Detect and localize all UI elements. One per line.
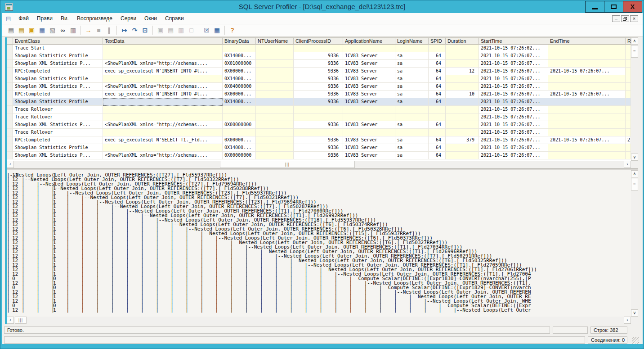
run-to-cursor-icon[interactable]: ↷ [130,26,139,35]
cell-endtime[interactable] [548,83,626,91]
cell-textdata[interactable]: exec sp_executesql N'INSERT INTO #t... [103,91,223,98]
find-icon[interactable]: ∞ [58,26,67,35]
cell-starttime[interactable]: 2021-10-15 07:26:07... [479,68,548,75]
cell-binarydata[interactable]: 0X04000000 [223,83,256,91]
cell-binarydata[interactable]: 0X00000... [223,136,256,144]
cell-spid[interactable]: 64 [429,52,446,60]
cell-binarydata[interactable]: 0X14000... [223,52,256,60]
cell-ntusername[interactable] [256,98,294,106]
plan-hscroll-thumb[interactable]: ||| [15,317,27,324]
cell-duration[interactable] [446,45,479,52]
cell-textdata[interactable] [103,98,223,106]
cell-clientprocessid[interactable]: 9336 [294,75,343,83]
table-row[interactable]: Showplan XML Statistics P...<ShowPlanXML… [7,83,631,91]
cell-reads[interactable] [626,52,631,60]
grid-scroll-left-button[interactable]: ‹ [7,161,14,168]
cell-binarydata[interactable]: 0X14000... [223,75,256,83]
cell-spid[interactable] [429,129,446,136]
cell-applicationname[interactable]: 1CV83 Server [343,98,395,106]
cell-spid[interactable]: 64 [429,68,446,75]
row-selector-cell[interactable] [7,113,13,121]
cell-duration[interactable] [446,52,479,60]
cell-applicationname[interactable] [343,45,395,52]
cell-loginname[interactable]: sa [395,75,429,83]
cell-reads[interactable] [626,68,631,75]
cell-spid[interactable]: 64 [429,60,446,68]
cell-ntusername[interactable] [256,121,294,129]
cell-reads[interactable] [626,83,631,91]
cell-starttime[interactable]: 2021-10-15 07:26:07... [479,60,548,68]
new-trace-file-icon[interactable]: ▤ [6,26,16,35]
cell-textdata[interactable]: <ShowPlanXML xmlns="http://schemas.... [103,121,223,129]
cell-endtime[interactable] [548,121,626,129]
cell-ntusername[interactable] [256,129,294,136]
table-row[interactable]: Showplan Statistics Profile0X14000...933… [7,98,631,106]
cell-spid[interactable]: 64 [429,91,446,98]
table-row[interactable]: Trace Rollover2021-10-15 07:26:07... [7,129,631,136]
cell-applicationname[interactable]: 1CV83 Server [343,121,395,129]
cell-binarydata[interactable]: 0X00000... [223,91,256,98]
mdi-restore-button[interactable] [621,15,629,22]
cell-reads[interactable] [626,91,631,98]
cell-textdata[interactable] [103,129,223,136]
cell-eventclass[interactable]: Showplan Statistics Profile [13,52,103,60]
plan-vscroll-thumb[interactable]: ≡ [631,178,638,190]
trace-template-icon[interactable]: ▥ [68,26,78,35]
cell-applicationname[interactable]: 1CV83 Server [343,136,395,144]
cell-binarydata[interactable]: 0X00000... [223,68,256,75]
cell-eventclass[interactable]: Trace Start [13,45,103,52]
row-selector-cell[interactable] [7,121,13,129]
cell-binarydata[interactable] [223,106,256,113]
mdi-close-button[interactable]: × [630,15,638,22]
cell-endtime[interactable] [548,45,626,52]
cell-eventclass[interactable]: RPC:Completed [13,68,103,75]
cell-reads[interactable] [626,152,631,159]
cell-loginname[interactable]: sa [395,52,429,60]
row-selector-cell[interactable] [7,136,13,144]
cell-clientprocessid[interactable]: 9336 [294,83,343,91]
trace-properties-icon[interactable]: ▧ [48,26,57,35]
row-selector-cell[interactable] [7,106,13,113]
column-header-spid[interactable]: SPID [429,38,446,45]
table-row[interactable]: Showplan XML Statistics P...<ShowPlanXML… [7,152,631,159]
table-row[interactable]: Showplan Statistics Profile0X14000...933… [7,144,631,152]
cell-applicationname[interactable]: 1CV83 Server [343,68,395,75]
cell-eventclass[interactable]: Showplan Statistics Profile [13,98,103,106]
cell-starttime[interactable]: 2021-10-15 07:26:07... [479,83,548,91]
save-trace-icon[interactable]: ▦ [37,26,47,35]
table-row[interactable]: RPC:Completedexec sp_executesql N'SELECT… [7,136,631,144]
cell-clientprocessid[interactable]: 9336 [294,91,343,98]
table-row[interactable]: Showplan XML Statistics P...<ShowPlanXML… [7,121,631,129]
resize-grip[interactable] [632,337,639,344]
cell-eventclass[interactable]: Showplan Statistics Profile [13,144,103,152]
row-selector-cell[interactable] [7,75,13,83]
cell-textdata[interactable] [103,75,223,83]
grid-scroll-down-button[interactable]: ∨ [631,154,638,161]
cell-spid[interactable]: 64 [429,75,446,83]
cell-reads[interactable]: 2 [626,136,631,144]
cell-clientprocessid[interactable]: 9336 [294,60,343,68]
cell-loginname[interactable]: sa [395,91,429,98]
cell-duration[interactable]: 10 [446,91,479,98]
table-row[interactable]: Showplan Statistics Profile0X14000...933… [7,52,631,60]
aggregated-view-icon[interactable]: ▦ [212,26,222,35]
cell-ntusername[interactable] [256,106,294,113]
menu-item-file[interactable]: Фай [14,15,33,22]
row-selector-cell[interactable] [7,83,13,91]
cell-starttime[interactable]: 2021-10-15 07:26:07... [479,91,548,98]
execution-plan-pane[interactable]: 121|--Nested Loops(Left Outer Join, OUTE… [7,170,631,317]
cell-starttime[interactable]: 2021-10-15 07:26:07... [479,136,548,144]
cell-duration[interactable] [446,60,479,68]
cell-applicationname[interactable] [343,106,395,113]
cell-reads[interactable] [626,144,631,152]
grid-vscroll-thumb[interactable]: ≡ [631,45,638,58]
cell-textdata[interactable]: <ShowPlanXML xmlns="http://schemas.... [103,60,223,68]
cell-eventclass[interactable]: Showplan XML Statistics P... [13,83,103,91]
grid-hscroll-thumb[interactable]: ||| [220,161,355,168]
table-row[interactable]: Showplan XML Statistics P...<ShowPlanXML… [7,60,631,68]
cell-starttime[interactable]: 2021-10-15 07:26:07... [479,121,548,129]
cell-applicationname[interactable]: 1CV83 Server [343,75,395,83]
cell-starttime[interactable]: 2021-10-15 07:26:07... [479,106,548,113]
cell-applicationname[interactable]: 1CV83 Server [343,144,395,152]
plan-scroll-up-button[interactable]: ∧ [631,170,638,177]
